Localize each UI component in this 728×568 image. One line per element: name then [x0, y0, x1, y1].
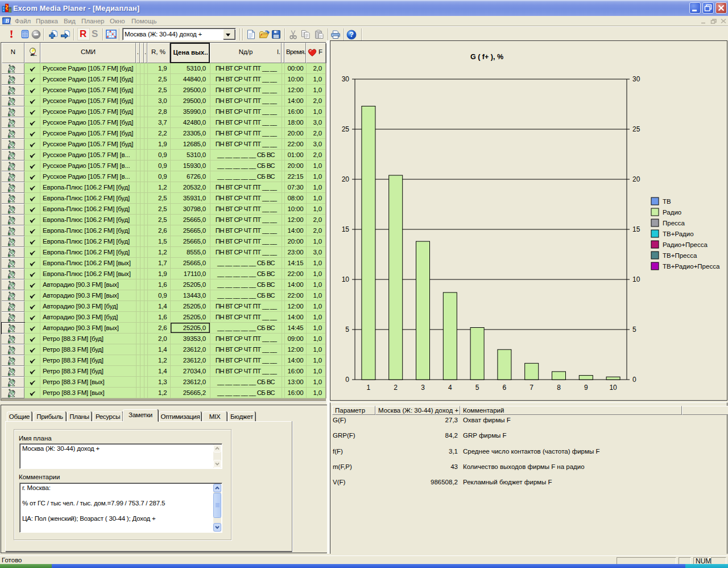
svg-text:1: 1: [367, 384, 371, 392]
svg-text:10: 10: [609, 384, 617, 392]
svg-text:7: 7: [530, 384, 533, 392]
svg-text:15: 15: [342, 225, 350, 233]
svg-text:B: B: [5, 18, 9, 24]
svg-text:Радио+Пресса: Радио+Пресса: [663, 241, 708, 248]
svg-text:10: 10: [632, 275, 640, 283]
svg-text:8: 8: [557, 384, 561, 392]
svg-text:ТВ+Радио+Пресса: ТВ+Радио+Пресса: [663, 263, 720, 270]
svg-text:30: 30: [342, 75, 350, 83]
svg-text:15: 15: [632, 225, 640, 233]
svg-text:Радио: Радио: [663, 209, 681, 216]
svg-text:ТВ+Пресса: ТВ+Пресса: [663, 252, 697, 259]
svg-text:?: ?: [349, 31, 354, 39]
svg-text:4: 4: [448, 384, 452, 392]
svg-text:9: 9: [584, 384, 588, 392]
svg-text:10: 10: [342, 275, 350, 283]
svg-text:5: 5: [345, 326, 349, 334]
svg-text:2: 2: [394, 384, 398, 392]
svg-text:G ( f+ ), %: G ( f+ ), %: [470, 53, 503, 61]
svg-text:0: 0: [345, 376, 349, 384]
svg-text:ТВ: ТВ: [663, 198, 671, 205]
svg-text:25: 25: [632, 125, 640, 133]
svg-text:6: 6: [503, 384, 507, 392]
svg-text:20: 20: [632, 175, 640, 183]
svg-text:ТВ+Радио: ТВ+Радио: [663, 231, 694, 237]
svg-text:30: 30: [632, 75, 640, 83]
svg-text:0: 0: [632, 376, 636, 384]
svg-text:5: 5: [475, 384, 479, 392]
svg-text:Пресса: Пресса: [663, 220, 685, 227]
svg-text:20: 20: [342, 175, 350, 183]
svg-text:5: 5: [632, 326, 636, 334]
svg-text:25: 25: [342, 125, 350, 133]
svg-text:3: 3: [421, 384, 425, 392]
